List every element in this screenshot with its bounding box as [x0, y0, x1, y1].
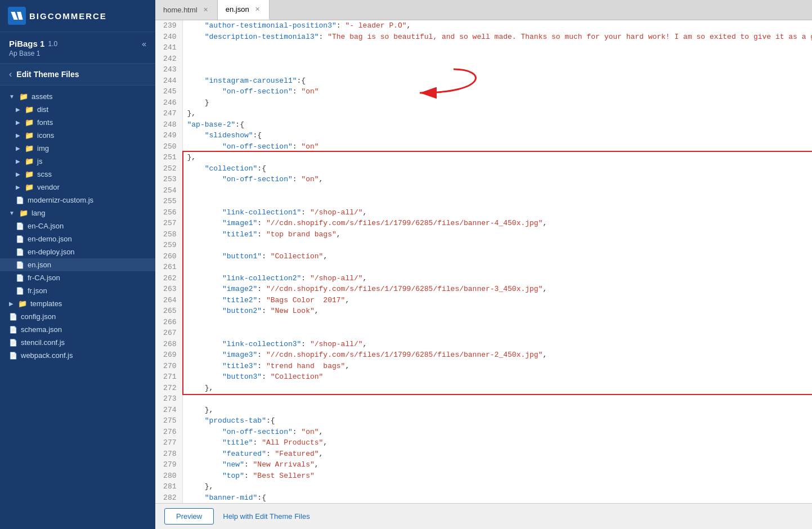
- store-theme: Ap Base 1: [9, 50, 40, 57]
- line-content[interactable]: "image3": "//cdn.shopify.com/s/files/1/1…: [182, 349, 812, 361]
- line-content[interactable]: },: [182, 152, 812, 163]
- tree-item-webpack-conf-js[interactable]: 📄webpack.conf.js: [0, 349, 155, 362]
- line-content[interactable]: }: [182, 97, 812, 109]
- file-icon: 📄: [9, 326, 17, 334]
- tree-item-js[interactable]: ▶📁js: [0, 155, 155, 168]
- tree-item-assets[interactable]: ▼📁assets: [0, 90, 155, 103]
- line-content[interactable]: "link-collection1": "/shop-all/",: [182, 207, 812, 218]
- tree-item-fr-json[interactable]: 📄fr.json: [0, 284, 155, 297]
- line-content[interactable]: [182, 393, 812, 405]
- code-line-276: 276 "on-off-section": "on",: [155, 427, 812, 438]
- tree-item-fonts[interactable]: ▶📁fonts: [0, 116, 155, 129]
- line-content[interactable]: "on-off-section": "on": [182, 86, 812, 97]
- line-number: 269: [155, 349, 182, 361]
- line-content[interactable]: [182, 240, 812, 251]
- line-content[interactable]: "banner-mid":{: [182, 492, 812, 504]
- tab-close-icon[interactable]: ✕: [202, 6, 209, 14]
- edit-theme-header[interactable]: ‹ Edit Theme Files: [0, 64, 155, 86]
- line-content[interactable]: "collection":{: [182, 163, 812, 174]
- tree-item-en-CA-json[interactable]: 📄en-CA.json: [0, 219, 155, 232]
- line-content[interactable]: "link-collection2": "/shop-all/",: [182, 273, 812, 284]
- line-content[interactable]: "ap-base-2":{: [182, 119, 812, 131]
- line-number: 257: [155, 218, 182, 229]
- line-content[interactable]: "title": "All Products",: [182, 437, 812, 449]
- preview-button[interactable]: Preview: [164, 508, 214, 524]
- line-content[interactable]: [182, 53, 812, 65]
- code-editor[interactable]: 239 "author-testimonial-position3": "- l…: [155, 20, 812, 503]
- tree-item-modernizr-custom-js[interactable]: 📄modernizr-custom.js: [0, 194, 155, 207]
- line-content[interactable]: [182, 196, 812, 207]
- folder-icon: 📁: [25, 118, 34, 127]
- line-content[interactable]: [182, 317, 812, 328]
- tree-item-schema-json[interactable]: 📄schema.json: [0, 323, 155, 336]
- line-content[interactable]: "image1": "//cdn.shopify.com/s/files/1/1…: [182, 218, 812, 229]
- tree-item-label: scss: [37, 170, 52, 178]
- line-content[interactable]: "title2": "Bags Color 2017",: [182, 295, 812, 306]
- line-content[interactable]: "featured": "Featured",: [182, 449, 812, 460]
- code-line-273: 273: [155, 393, 812, 405]
- line-content[interactable]: "button1": "Collection",: [182, 251, 812, 262]
- sidebar: BIGCOMMERCE PiBags 1 1.0 « Ap Base 1 ‹ E…: [0, 0, 155, 529]
- code-line-254: 254: [155, 185, 812, 196]
- tree-item-templates[interactable]: ▶📁templates: [0, 297, 155, 310]
- line-content[interactable]: "products-tab":{: [182, 415, 812, 427]
- tree-item-config-json[interactable]: 📄config.json: [0, 310, 155, 323]
- line-content[interactable]: "author-testimonial-position3": "- leade…: [182, 20, 812, 32]
- line-content[interactable]: [182, 262, 812, 273]
- collapse-button[interactable]: «: [142, 39, 146, 48]
- line-content[interactable]: "description-testimonial3": "The bag is …: [182, 32, 812, 43]
- line-content[interactable]: "button2": "New Look",: [182, 306, 812, 317]
- line-content[interactable]: "on-off-section": "on": [182, 141, 812, 153]
- line-content[interactable]: },: [182, 383, 812, 394]
- line-content[interactable]: },: [182, 481, 812, 492]
- app-title: BIGCOMMERCE: [29, 11, 107, 21]
- line-content[interactable]: "image2": "//cdn.shopify.com/s/files/1/1…: [182, 284, 812, 295]
- line-content[interactable]: [182, 328, 812, 339]
- tree-item-en-json[interactable]: 📄en.json: [0, 258, 155, 271]
- folder-icon: 📁: [19, 92, 28, 101]
- line-content[interactable]: "new": "New Arrivals",: [182, 459, 812, 470]
- folder-icon: 📁: [25, 183, 34, 191]
- folder-icon: 📁: [25, 131, 34, 140]
- tree-item-vendor[interactable]: ▶📁vendor: [0, 181, 155, 194]
- tab-en-json[interactable]: en.json✕: [218, 0, 270, 20]
- tree-item-lang[interactable]: ▼📁lang: [0, 207, 155, 219]
- line-number: 249: [155, 130, 182, 141]
- tab-close-icon[interactable]: ✕: [254, 6, 261, 13]
- line-content[interactable]: "title1": "top brand bags",: [182, 229, 812, 240]
- line-content[interactable]: [182, 64, 812, 75]
- line-content[interactable]: },: [182, 405, 812, 416]
- tree-item-label: lang: [32, 209, 46, 217]
- line-content[interactable]: [182, 185, 812, 196]
- line-content[interactable]: "top": "Best Sellers": [182, 470, 812, 482]
- tree-item-en-deploy-json[interactable]: 📄en-deploy.json: [0, 245, 155, 258]
- line-content[interactable]: },: [182, 108, 812, 119]
- line-content[interactable]: "button3": "Collection": [182, 371, 812, 383]
- tree-item-img[interactable]: ▶📁img: [0, 142, 155, 155]
- line-content[interactable]: "on-off-section": "on",: [182, 174, 812, 185]
- tab-home-html[interactable]: home.html✕: [155, 0, 218, 20]
- help-link[interactable]: Help with Edit Theme Files: [223, 512, 309, 521]
- line-content[interactable]: "link-collection3": "/shop-all/",: [182, 339, 812, 350]
- folder-arrow-icon: ▼: [9, 93, 15, 100]
- tree-item-stencil-conf-js[interactable]: 📄stencil.conf.js: [0, 336, 155, 349]
- folder-arrow-icon: ▶: [16, 171, 20, 177]
- tree-item-scss[interactable]: ▶📁scss: [0, 168, 155, 181]
- tab-label: en.json: [226, 5, 249, 14]
- tree-item-fr-CA-json[interactable]: 📄fr-CA.json: [0, 271, 155, 284]
- tree-item-icons[interactable]: ▶📁icons: [0, 129, 155, 142]
- tree-item-en-demo-json[interactable]: 📄en-demo.json: [0, 232, 155, 245]
- line-content[interactable]: "instagram-carousel1":{: [182, 75, 812, 87]
- line-content[interactable]: "title3": "trend hand bags",: [182, 361, 812, 372]
- tree-item-dist[interactable]: ▶📁dist: [0, 103, 155, 116]
- line-content[interactable]: [182, 42, 812, 53]
- line-content[interactable]: "on-off-section": "on",: [182, 427, 812, 438]
- file-icon: 📄: [9, 339, 17, 347]
- code-line-263: 263 "image2": "//cdn.shopify.com/s/files…: [155, 284, 812, 295]
- file-tree: ▼📁assets▶📁dist▶📁fonts▶📁icons▶📁img▶📁js▶📁s…: [0, 86, 155, 529]
- line-content[interactable]: "slideshow":{: [182, 130, 812, 141]
- line-number: 256: [155, 207, 182, 218]
- line-number: 258: [155, 229, 182, 240]
- code-line-260: 260 "button1": "Collection",: [155, 251, 812, 262]
- editor-area[interactable]: 239 "author-testimonial-position3": "- l…: [155, 20, 812, 503]
